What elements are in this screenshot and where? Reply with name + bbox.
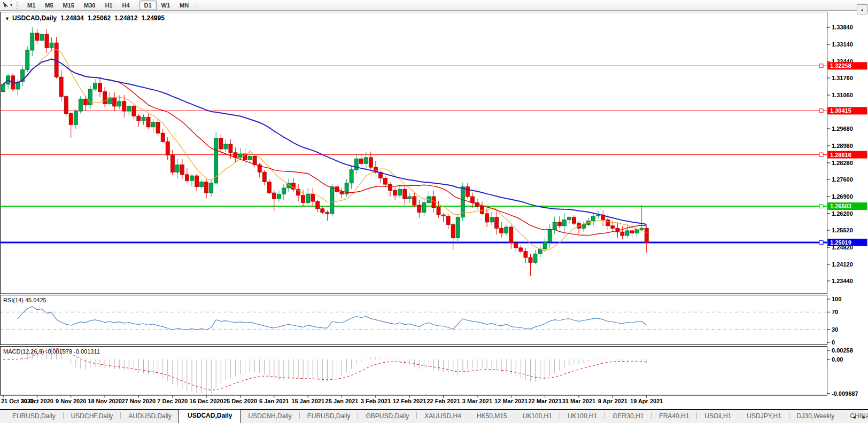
tab-usdjpy-h1[interactable]: USDJPY,H1 [740,410,788,423]
tab-separator [416,412,417,419]
svg-text:12 Mar 2021: 12 Mar 2021 [494,398,528,404]
svg-text:1.24120: 1.24120 [832,261,853,268]
tab-separator [651,412,652,419]
timeframe-toolbar: ▾ M1 M5 M15 M30 H1 H4 D1 W1 MN [0,0,868,11]
svg-text:9 Apr 2021: 9 Apr 2021 [598,398,627,404]
tab-uk100-h1[interactable]: UK100,H1 [516,410,559,423]
svg-text:18 Nov 2020: 18 Nov 2020 [88,398,122,404]
svg-text:1.32258: 1.32258 [830,62,851,69]
svg-text:16 Dec 2020: 16 Dec 2020 [190,398,223,404]
tf-button-m5[interactable]: M5 [40,1,58,10]
tab-separator [469,412,469,419]
chart-symbol: USDCAD,Daily [12,14,57,22]
svg-text:0: 0 [832,339,835,346]
tf-button-m30[interactable]: M30 [79,1,100,10]
tf-button-m15[interactable]: M15 [58,1,79,10]
svg-text:25 Jan 2021: 25 Jan 2021 [326,398,359,404]
svg-text:1.25520: 1.25520 [832,227,853,233]
macd-indicator-label: MACD(12,26,9) -0.001579 -0.001311 [3,348,100,355]
tab-dj30-weekly[interactable]: DJ30,Weekly [790,410,841,423]
tab-separator [358,412,358,419]
svg-text:1.26503: 1.26503 [830,203,851,209]
tab-separator [120,412,121,419]
svg-text:1.26200: 1.26200 [832,210,853,217]
svg-text:1.33140: 1.33140 [832,41,853,48]
symbol-dropdown-icon[interactable]: ▼ [5,16,10,21]
chart-canvas[interactable]: 1.338401.331401.324401.317601.310601.303… [0,0,868,423]
svg-text:1.31060: 1.31060 [832,92,853,98]
svg-text:1.23440: 1.23440 [832,278,853,284]
svg-text:3 Feb 2021: 3 Feb 2021 [361,398,391,404]
symbol-tab-bar: EURUSD,DailyUSDCHF,DailyAUDUSD,DailyUSDC… [0,409,868,423]
svg-text:1.26900: 1.26900 [832,193,853,200]
tab-separator [560,412,560,419]
tf-button-m1[interactable]: M1 [22,1,40,10]
tf-button-w1[interactable]: W1 [157,1,175,10]
tab-usdcnh-daily[interactable]: USDCNH,Daily [241,410,298,423]
tab-usoil-h1[interactable]: USOil,H1 [698,410,738,423]
svg-text:6 Jan 2021: 6 Jan 2021 [259,398,289,404]
svg-text:1.33840: 1.33840 [832,24,853,30]
toolbar-separator [196,2,196,9]
svg-text:31 Mar 2021: 31 Mar 2021 [562,398,595,404]
tab-uk100-h1[interactable]: UK100,H1 [561,410,604,423]
tf-button-d1[interactable]: D1 [140,1,157,10]
svg-text:27 Nov 2020: 27 Nov 2020 [122,398,156,404]
tab-audusd-daily[interactable]: AUDUSD,Daily [121,410,179,423]
tab-hk50-m15[interactable]: HK50,M15 [470,410,514,423]
toolbar-separator [137,2,137,9]
tab-separator [299,412,300,419]
tab-scroll-right-icon[interactable]: ► [862,414,866,420]
svg-text:0.00: 0.00 [832,356,843,363]
tab-fra40-h1[interactable]: FRA40,H1 [652,410,696,423]
quote-high: 1.25062 [88,14,111,22]
svg-text:1.29680: 1.29680 [832,126,853,132]
svg-text:1.28616: 1.28616 [830,152,851,158]
tab-usdchf-daily[interactable]: USDCHF,Daily [64,410,120,423]
svg-text:3 Mar 2021: 3 Mar 2021 [462,398,492,404]
tf-button-h4[interactable]: H4 [117,1,134,10]
tab-separator [604,412,605,419]
tab-scroll-arrows: ◄ ► [851,414,866,420]
mt4-window: ▾ M1 M5 M15 M30 H1 H4 D1 W1 MN ▴ 1.33840… [0,0,868,423]
quote-low: 1.24812 [114,14,137,22]
tab-strip: EURUSD,DailyUSDCHF,DailyAUDUSD,DailyUSDC… [0,410,868,423]
toolbar-overflow-button[interactable]: ▴ [857,4,867,14]
svg-text:9 Nov 2020: 9 Nov 2020 [56,398,86,404]
cursor-tool-button[interactable]: ▾ [2,2,12,9]
tab-separator [789,412,789,419]
svg-text:22 Feb 2021: 22 Feb 2021 [427,398,460,404]
tab-eurusd-daily[interactable]: EURUSD,Daily [5,410,63,423]
svg-text:1.25019: 1.25019 [830,239,851,246]
tab-scroll-left-icon[interactable]: ◄ [851,414,856,420]
tab-xauusd-h4[interactable]: XAUUSD,H4 [417,410,468,423]
svg-text:1.28280: 1.28280 [832,160,853,166]
svg-text:1.31760: 1.31760 [832,75,853,81]
svg-text:19 Apr 2021: 19 Apr 2021 [630,398,663,404]
tf-button-h1[interactable]: H1 [100,1,117,10]
rsi-indicator-label: RSI(14) 45.0425 [3,297,46,303]
tab-ger30-h1[interactable]: GER30,H1 [606,410,650,423]
toolbar-grip-handle[interactable] [17,2,19,9]
svg-text:30: 30 [832,326,838,333]
tab-gbpusd-daily[interactable]: GBPUSD,Daily [359,410,416,423]
tab-eurusd-daily[interactable]: EURUSD,Daily [300,410,358,423]
svg-text:70: 70 [832,309,838,315]
svg-text:1.27600: 1.27600 [832,176,853,183]
tab-separator [515,412,515,419]
tf-button-mn[interactable]: MN [175,1,193,10]
quote-close: 1.24995 [141,14,164,22]
cursor-arrow-icon [2,2,9,9]
quote-open: 1.24834 [60,14,83,22]
tab-usdcad-daily[interactable]: USDCAD,Daily [179,409,241,423]
chevron-down-icon[interactable]: ▾ [10,3,12,7]
svg-text:100: 100 [832,296,841,302]
svg-text:7 Dec 2020: 7 Dec 2020 [157,398,188,404]
chart-title: ▼USDCAD,Daily1.248341.250621.248121.2499… [5,14,168,22]
svg-text:0.00258: 0.00258 [832,347,853,354]
svg-text:-0.009687: -0.009687 [832,390,858,397]
svg-text:1.28980: 1.28980 [832,143,853,149]
tab-separator [696,412,697,419]
svg-text:30 Oct 2020: 30 Oct 2020 [21,398,53,404]
tab-separator [739,412,739,419]
